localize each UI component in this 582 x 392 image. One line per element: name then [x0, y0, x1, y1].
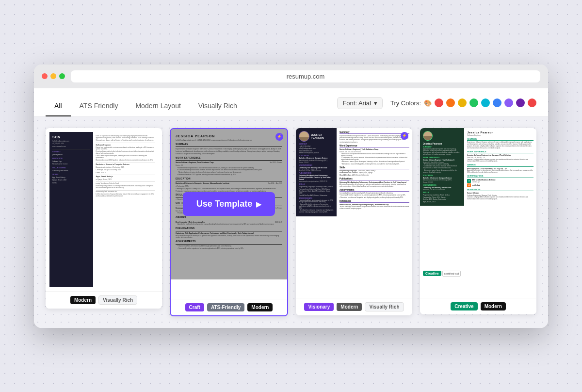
resume-card-left: SON hello@reallygreatsite.com +1(123) 12… — [46, 128, 162, 309]
try-colors-label: Try Colors: — [390, 99, 421, 107]
badge-modern-left: Modern — [70, 296, 96, 304]
tab-all[interactable]: All — [46, 96, 71, 116]
badge-modern-visionary: Modern — [337, 303, 362, 311]
badge-creative: Creative — [451, 302, 477, 310]
color-cyan[interactable] — [481, 98, 490, 107]
card-footer-creative: Creative Modern — [420, 298, 536, 314]
color-purple[interactable] — [516, 98, 525, 107]
color-red[interactable] — [435, 98, 443, 107]
cursor-icon: ▶ — [256, 200, 261, 208]
color-orange[interactable] — [446, 98, 455, 107]
use-template-button[interactable]: Use Template ▶ — [183, 192, 275, 216]
badge-modern-craft: Modern — [247, 303, 273, 311]
badge-visually-rich-visionary: Visually Rich — [365, 302, 404, 311]
font-selector[interactable]: Font: Arial ▾ — [337, 97, 383, 109]
font-label: Font: Arial — [342, 99, 371, 107]
lightning-badge-craft: ⚡ — [275, 133, 283, 141]
nav-controls: Font: Arial ▾ Try Colors: 🎨 — [337, 97, 536, 115]
badge-visually-rich-left: Visually Rich — [98, 295, 137, 305]
address-bar[interactable]: resumup.com — [71, 70, 540, 82]
traffic-light-red[interactable] — [42, 73, 48, 79]
try-colors: Try Colors: 🎨 — [390, 98, 536, 107]
color-red2[interactable] — [528, 98, 536, 107]
card-footer-visionary: Visionary Modern Visually Rich — [296, 298, 412, 315]
resume-card-creative: Jessica Pearson SUMMARY Experienced Soft… — [420, 128, 536, 314]
lightning-badge-visionary: ⚡ — [401, 132, 408, 140]
card-footer-left: Modern Visually Rich — [46, 291, 162, 309]
tab-modern-layout[interactable]: Modern Layout — [127, 96, 189, 116]
paint-icon: 🎨 — [424, 99, 432, 107]
color-green[interactable] — [469, 98, 478, 107]
traffic-light-yellow[interactable] — [50, 73, 56, 79]
badge-ats: ATS-Friendly — [207, 303, 244, 311]
badge-visionary: Visionary — [304, 303, 334, 311]
card-footer-craft: Craft ATS-Friendly Modern — [171, 299, 287, 315]
color-yellow[interactable] — [458, 98, 467, 107]
resume-card-visionary: ⚡ JESSICA PEARSON — [296, 128, 412, 315]
badge-craft: Craft — [185, 303, 204, 311]
nav-bar: All ATS Friendly Modern Layout Visually … — [34, 88, 548, 116]
badge-modern-creative: Modern — [481, 302, 506, 310]
traffic-lights — [42, 73, 65, 79]
use-template-overlay[interactable]: Use Template ▶ — [171, 129, 287, 279]
use-template-label: Use Template — [196, 199, 253, 209]
color-blue[interactable] — [493, 98, 501, 107]
url-text: resumup.com — [287, 73, 325, 80]
nav-tabs: All ATS Friendly Modern Layout Visually … — [46, 96, 246, 116]
browser-chrome: resumup.com — [34, 65, 548, 88]
tab-ats-friendly[interactable]: ATS Friendly — [71, 96, 127, 116]
traffic-light-green[interactable] — [59, 73, 65, 79]
browser-content: All ATS Friendly Modern Layout Visually … — [34, 88, 548, 328]
cards-area: SON hello@reallygreatsite.com +1(123) 12… — [34, 116, 548, 328]
chevron-down-icon: ▾ — [374, 99, 377, 107]
tab-visually-rich[interactable]: Visually Rich — [190, 96, 246, 116]
resume-card-craft: ⚡ JESSICA PEARSON hello@reallygreatsite.… — [170, 128, 288, 316]
color-violet[interactable] — [504, 98, 513, 107]
browser-window: resumup.com All ATS Friendly Modern Layo… — [34, 65, 548, 328]
